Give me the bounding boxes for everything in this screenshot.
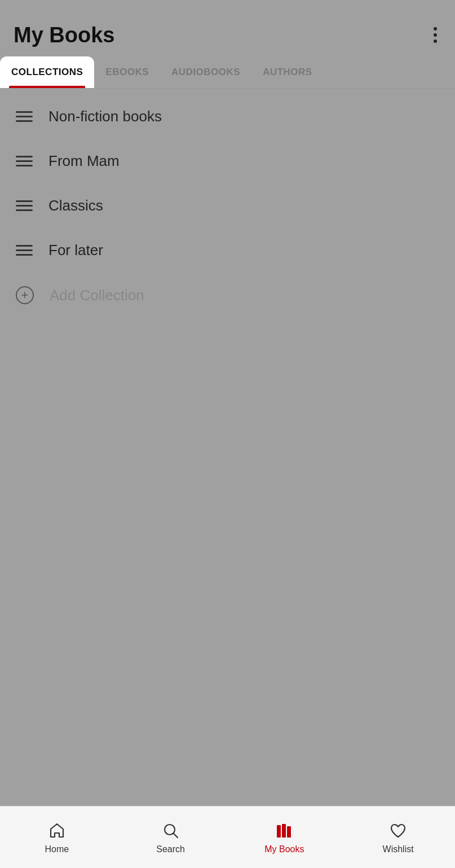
- nav-label-mybooks: My Books: [264, 844, 304, 854]
- tab-collections[interactable]: COLLECTIONS: [0, 56, 94, 88]
- add-circle-icon: [16, 286, 34, 304]
- collection-name: Classics: [48, 197, 103, 214]
- hamburger-icon: [16, 156, 33, 166]
- wishlist-icon: [388, 821, 408, 841]
- tabs-bar: COLLECTIONS EBOOKS AUDIOBOOKS AUTHORS: [0, 56, 455, 89]
- home-icon: [47, 821, 67, 841]
- tab-authors[interactable]: AUTHORS: [251, 56, 324, 88]
- collection-name: Non-fiction books: [48, 108, 162, 125]
- tab-ebooks[interactable]: EBOOKS: [94, 56, 160, 88]
- collection-name: From Mam: [48, 152, 120, 170]
- add-collection-label: Add Collection: [50, 287, 144, 304]
- nav-label-search: Search: [156, 844, 185, 854]
- add-collection-button[interactable]: Add Collection: [0, 273, 455, 318]
- collection-item-classics[interactable]: Classics: [0, 183, 455, 228]
- nav-label-home: Home: [45, 844, 69, 854]
- header: My Books: [0, 0, 455, 56]
- more-menu-button[interactable]: [429, 23, 441, 47]
- nav-label-wishlist: Wishlist: [383, 844, 414, 854]
- svg-line-1: [174, 834, 178, 838]
- collection-item-from-mam[interactable]: From Mam: [0, 139, 455, 183]
- search-icon: [161, 821, 181, 841]
- svg-rect-4: [287, 826, 291, 838]
- hamburger-icon: [16, 245, 33, 256]
- more-dot-3: [434, 40, 437, 43]
- svg-rect-3: [282, 824, 286, 838]
- collection-item-nonfiction[interactable]: Non-fiction books: [0, 94, 455, 139]
- nav-item-mybooks[interactable]: My Books: [228, 815, 342, 860]
- collections-list: Non-fiction books From Mam Classics For …: [0, 89, 455, 323]
- page-title: My Books: [14, 23, 114, 47]
- collection-name: For later: [48, 242, 103, 259]
- hamburger-icon: [16, 111, 33, 122]
- bottom-nav: Home Search My Books Wishlist: [0, 806, 455, 868]
- svg-rect-2: [277, 825, 281, 838]
- collection-item-for-later[interactable]: For later: [0, 228, 455, 273]
- more-dot-2: [434, 33, 437, 37]
- nav-item-wishlist[interactable]: Wishlist: [341, 815, 455, 860]
- hamburger-icon: [16, 200, 33, 211]
- mybooks-icon: [274, 821, 294, 841]
- nav-item-search[interactable]: Search: [114, 815, 228, 860]
- more-dot-1: [434, 27, 437, 30]
- tab-audiobooks[interactable]: AUDIOBOOKS: [160, 56, 251, 88]
- nav-item-home[interactable]: Home: [0, 815, 114, 860]
